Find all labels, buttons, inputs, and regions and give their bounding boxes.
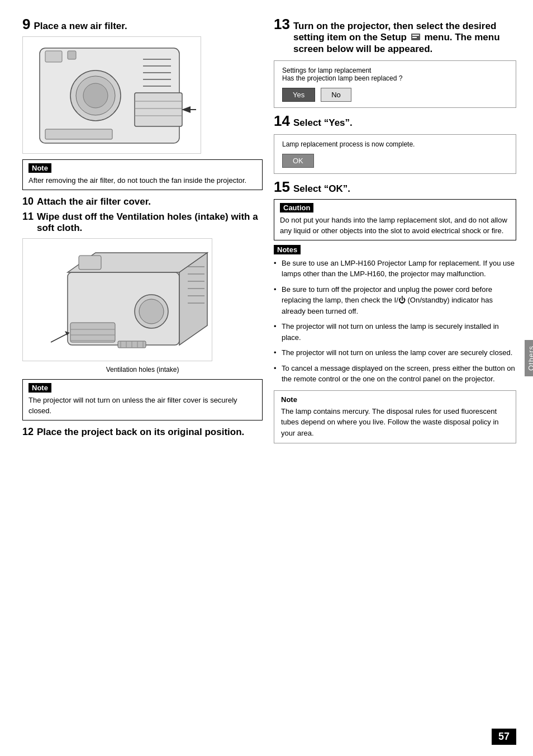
bottom-note-label: Note [281,395,509,404]
caution-box: Caution Do not put your hands into the l… [274,199,516,240]
step-14-label: Select “Yes”. [293,117,353,129]
step-11-heading: 11 Wipe dust off the Ventilation holes (… [22,211,263,234]
dialog-14: Lamp replacement process is now complete… [274,134,516,174]
svg-rect-15 [68,51,76,59]
svg-rect-20 [70,323,115,342]
notes-section: Notes Be sure to use an LMP-H160 Project… [274,245,516,385]
step-9-label: Place a new air filter. [34,21,127,32]
step-14-num: 14 [274,114,290,128]
step-9-heading: 9 Place a new air filter. [22,17,263,32]
step-11-num: 11 [22,211,34,223]
step-15-label: Select “OK”. [293,183,350,195]
page-number: 57 [492,729,516,745]
step-14-heading: 14 Select “Yes”. [274,114,516,129]
svg-rect-42 [412,35,419,36]
note-11-label: Note [28,383,51,393]
step-13-num: 13 [274,17,290,31]
dialog-14-line1: Lamp replacement process is now complete… [282,140,508,148]
projector-image-2 [22,238,212,361]
svg-rect-43 [412,37,417,38]
others-tab: Others [525,340,533,376]
note-9-label: Note [28,163,51,173]
svg-rect-16 [45,129,112,139]
svg-rect-32 [79,256,101,270]
page-number-area: 57 [492,729,516,745]
projector-image-1 [22,36,201,154]
note-9-box: Note After removing the air filter, do n… [22,159,263,190]
note-11-text: The projector will not turn on unless th… [28,395,256,417]
notes-item-3: The projector will not turn on unless th… [274,321,516,343]
step-13-label: Turn on the projector, then select the d… [293,21,516,55]
step-12-label: Place the project back on its original p… [37,427,244,438]
step-10-label: Attach the air filter cover. [37,196,151,207]
dialog-13-yes-btn[interactable]: Yes [282,88,315,102]
dialog-13-line2: Has the projection lamp been replaced ? [282,74,508,82]
vent-caption: Ventilation holes (intake) [22,366,263,374]
step-11-label: Wipe dust off the Ventilation holes (int… [37,211,263,234]
svg-rect-14 [45,51,62,62]
setup-icon [411,32,421,44]
svg-rect-9 [135,93,182,126]
projector-svg-2 [23,239,212,361]
step-15-heading: 15 Select “OK”. [274,179,516,195]
step-15-num: 15 [274,179,290,194]
step-13-heading: 13 Turn on the projector, then select th… [274,17,516,55]
dialog-14-ok-btn[interactable]: OK [282,154,314,168]
caution-label: Caution [280,203,313,212]
step-9-num: 9 [22,17,30,31]
note-11-box: Note The projector will not turn on unle… [22,379,263,420]
step-12-heading: 12 Place the project back on its origina… [22,426,263,438]
notes-list: Be sure to use an LMP-H160 Projector Lam… [274,258,516,385]
svg-point-3 [83,83,108,108]
notes-item-2: Be sure to turn off the projector and un… [274,284,516,317]
step-10-heading: 10 Attach the air filter cover. [22,196,263,207]
page-container: 9 Place a new air filter. [0,0,533,756]
note-9-text: After removing the air filter, do not to… [28,175,256,186]
step-12-num: 12 [22,426,34,438]
dialog-13-no-btn[interactable]: No [321,88,351,102]
bottom-note-text: The lamp contains mercury. The disposal … [281,406,509,439]
notes-item-5: To cancel a message displayed on the scr… [274,363,516,385]
two-column-layout: 9 Place a new air filter. [22,17,516,739]
step-10-num: 10 [22,196,34,207]
dialog-13-line1: Settings for lamp replacement [282,67,508,74]
projector-svg-1 [23,37,201,154]
notes-label: Notes [274,245,301,254]
left-column: 9 Place a new air filter. [22,17,263,739]
notes-item-4: The projector will not turn on unless th… [274,347,516,358]
right-column: 13 Turn on the projector, then select th… [274,17,516,739]
dialog-13: Settings for lamp replacement Has the pr… [274,60,516,108]
notes-item-1: Be sure to use an LMP-H160 Projector Lam… [274,258,516,280]
bottom-note-box: Note The lamp contains mercury. The disp… [274,390,516,444]
caution-text: Do not put your hands into the lamp repl… [280,215,510,237]
svg-point-31 [139,299,164,324]
